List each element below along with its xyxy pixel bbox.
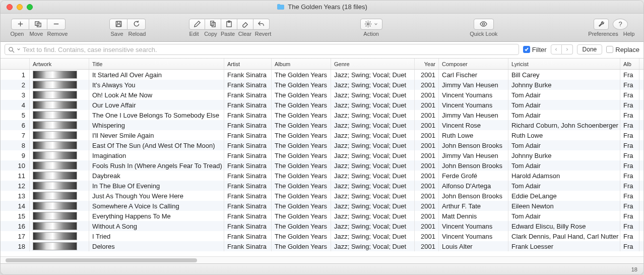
scrollbar-thumb[interactable] xyxy=(6,258,197,262)
filter-checkbox[interactable]: Filter xyxy=(523,46,547,53)
cell-lyricist: Tom Adair xyxy=(508,110,620,120)
cell-number: 4 xyxy=(1,100,30,110)
cell-artwork xyxy=(30,100,89,110)
th-lyricist[interactable]: Lyricist xyxy=(508,59,620,69)
th-genre[interactable]: Genre xyxy=(331,59,415,69)
table-row[interactable]: 17I TriedFrank SinatraThe Golden YearsJa… xyxy=(1,231,643,241)
done-button[interactable]: Done xyxy=(577,44,603,54)
cell-title: In The Blue Of Evening xyxy=(89,181,224,191)
cell-lyricist: Edward Eliscu, Billy Rose xyxy=(508,221,620,231)
table-row[interactable]: 13Just As Though You Were HereFrank Sina… xyxy=(1,191,643,201)
cell-number: 15 xyxy=(1,211,30,221)
table-row[interactable]: 8East Of The Sun (And West Of The Moon)F… xyxy=(1,140,643,150)
action-button[interactable] xyxy=(360,19,382,30)
search-bar: Filter Done Replace xyxy=(1,42,643,59)
cell-composer: Louis Alter xyxy=(439,241,508,251)
table-row[interactable]: 3Oh! Look At Me NowFrank SinatraThe Gold… xyxy=(1,90,643,100)
cell-albumartist: Fra xyxy=(620,221,639,231)
cell-composer: Vincent Rose xyxy=(439,120,508,130)
reload-button[interactable] xyxy=(127,19,146,30)
search-next-button[interactable] xyxy=(562,44,573,54)
th-albumartist[interactable]: Alb xyxy=(620,59,639,69)
cell-artwork xyxy=(30,221,89,231)
cell-composer: John Benson Brooks xyxy=(439,160,508,171)
cell-albumartist: Fra xyxy=(620,191,639,201)
artwork-thumb xyxy=(33,91,77,99)
clear-button[interactable] xyxy=(237,19,253,30)
eraser-icon xyxy=(241,20,249,28)
table-row[interactable]: 5The One I Love Belongs To Somebody Else… xyxy=(1,110,643,120)
save-button[interactable] xyxy=(109,19,127,30)
table-row[interactable]: 11DaybreakFrank SinatraThe Golden YearsJ… xyxy=(1,171,643,181)
revert-button[interactable] xyxy=(253,19,270,30)
search-input-wrap[interactable] xyxy=(5,44,519,55)
cell-genre: Jazz; Swing; Vocal; Duet xyxy=(331,80,415,90)
cell-albumartist: Fra xyxy=(620,171,639,181)
cell-lyricist: Ruth Lowe xyxy=(508,130,620,140)
minimize-window-button[interactable] xyxy=(17,4,23,10)
cell-number: 14 xyxy=(1,201,30,211)
quicklook-button[interactable] xyxy=(474,19,494,30)
cell-lyricist: Tom Adair xyxy=(508,100,620,110)
table-row[interactable]: 2It's Always YouFrank SinatraThe Golden … xyxy=(1,80,643,90)
th-year[interactable]: Year xyxy=(415,59,439,69)
search-mode-chevron-icon[interactable] xyxy=(17,47,21,51)
table-row[interactable]: 14Somewhere A Voice Is CallingFrank Sina… xyxy=(1,201,643,211)
table-row[interactable]: 10Fools Rush In (Where Angels Fear To Tr… xyxy=(1,160,643,171)
help-button[interactable]: ? xyxy=(613,19,628,30)
titlebar: The Golden Years (18 files) xyxy=(1,1,643,14)
th-title[interactable]: Title xyxy=(89,59,224,69)
revert-label: Revert xyxy=(253,31,273,37)
table-row[interactable]: 1It Started All Over AgainFrank SinatraT… xyxy=(1,70,643,80)
th-album[interactable]: Album xyxy=(272,59,331,69)
table-row[interactable]: 18DeloresFrank SinatraThe Golden YearsJa… xyxy=(1,241,643,251)
table-body: 1It Started All Over AgainFrank SinatraT… xyxy=(1,70,643,256)
save-label: Save xyxy=(107,31,126,37)
cell-composer: John Benson Brooks xyxy=(439,140,508,150)
cell-year: 2001 xyxy=(415,231,439,241)
close-window-button[interactable] xyxy=(7,4,13,10)
table-row[interactable]: 9ImaginationFrank SinatraThe Golden Year… xyxy=(1,150,643,160)
cell-number: 7 xyxy=(1,130,30,140)
th-artwork[interactable]: Artwork xyxy=(30,59,89,69)
cell-albumartist: Fra xyxy=(620,70,639,80)
edit-button[interactable] xyxy=(189,19,205,30)
cell-genre: Jazz; Swing; Vocal; Duet xyxy=(331,160,415,171)
cell-composer: Ruth Lowe xyxy=(439,130,508,140)
preferences-button[interactable] xyxy=(594,19,609,30)
horizontal-scrollbar[interactable] xyxy=(1,256,643,263)
paste-button[interactable] xyxy=(221,19,237,30)
cell-artist: Frank Sinatra xyxy=(224,130,272,140)
cell-lyricist: Tom Adair xyxy=(508,90,620,100)
artwork-thumb xyxy=(33,192,77,200)
copy-button[interactable] xyxy=(205,19,221,30)
replace-checkbox[interactable]: Replace xyxy=(606,46,639,53)
cell-album: The Golden Years xyxy=(272,100,331,110)
cell-lyricist: Eddie DeLange xyxy=(508,191,620,201)
th-artist[interactable]: Artist xyxy=(224,59,272,69)
table-row[interactable]: 4Our Love AffairFrank SinatraThe Golden … xyxy=(1,100,643,110)
th-composer[interactable]: Composer xyxy=(439,59,508,69)
cell-albumartist: Fra xyxy=(620,90,639,100)
cell-albumartist: Fra xyxy=(620,100,639,110)
th-number[interactable] xyxy=(1,59,30,69)
open-button[interactable] xyxy=(11,19,29,30)
table-row[interactable]: 16Without A SongFrank SinatraThe Golden … xyxy=(1,221,643,231)
cell-year: 2001 xyxy=(415,100,439,110)
search-prev-button[interactable] xyxy=(551,44,562,54)
table-row[interactable]: 12In The Blue Of EveningFrank SinatraThe… xyxy=(1,181,643,191)
cell-composer: Ferde Grofé xyxy=(439,171,508,181)
cell-album: The Golden Years xyxy=(272,70,331,80)
search-input[interactable] xyxy=(23,46,516,53)
cell-artwork xyxy=(30,181,89,191)
remove-button[interactable] xyxy=(47,19,66,30)
table-row[interactable]: 6WhisperingFrank SinatraThe Golden Years… xyxy=(1,120,643,130)
cell-title: The One I Love Belongs To Somebody Else xyxy=(89,110,224,120)
zoom-window-button[interactable] xyxy=(27,4,33,10)
table-row[interactable]: 15Everything Happens To MeFrank SinatraT… xyxy=(1,211,643,221)
table: Artwork Title Artist Album Genre Year Co… xyxy=(1,59,643,263)
cell-lyricist: Bill Carey xyxy=(508,70,620,80)
table-row[interactable]: 7I'll Never Smile AgainFrank SinatraThe … xyxy=(1,130,643,140)
move-button[interactable] xyxy=(29,19,47,30)
cell-artwork xyxy=(30,70,89,80)
